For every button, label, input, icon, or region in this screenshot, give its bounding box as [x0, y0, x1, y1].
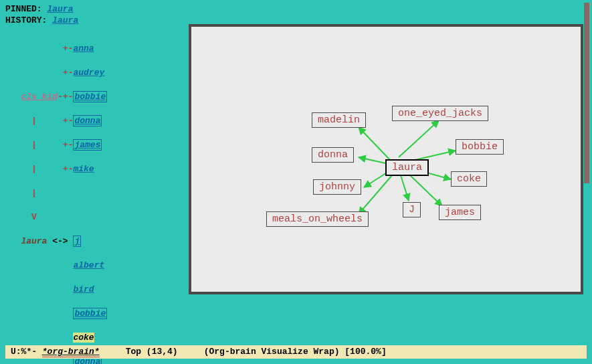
history-link[interactable]: laura — [52, 15, 78, 25]
modeline-info: Top (13,4) (Org-brain Visualize Wrap) [1… — [110, 347, 386, 357]
tree-link-audrey[interactable]: audrey — [73, 68, 104, 78]
tree-current[interactable]: j — [73, 236, 81, 247]
emacs-frame: PINNED: laura HISTORY: laura +-anna +-au… — [0, 0, 592, 364]
svg-line-2 — [359, 157, 389, 164]
svg-line-8 — [409, 174, 442, 206]
svg-line-7 — [401, 175, 409, 201]
tree-child-coke[interactable]: coke — [73, 333, 94, 343]
scrollbar[interactable] — [584, 3, 589, 183]
tree-child-bird[interactable]: bird — [73, 284, 94, 294]
mode-line: U:%*- *org-brain* Top (13,4) (Org-brain … — [5, 345, 587, 359]
graph-node-johnny[interactable]: johnny — [313, 179, 361, 195]
svg-line-0 — [359, 127, 391, 161]
tree-link-anna[interactable]: anna — [73, 43, 94, 54]
modeline-left: U:%*- — [11, 347, 42, 357]
tree-focus: laura — [21, 236, 47, 246]
graph-node-coke[interactable]: coke — [451, 171, 487, 187]
pinned-label: PINNED: — [5, 4, 47, 14]
history-label: HISTORY: — [5, 15, 52, 25]
tree-parent-link[interactable]: cls_kid — [21, 92, 58, 102]
svg-line-1 — [399, 120, 439, 157]
modeline-buffer[interactable]: *org-brain* — [42, 347, 100, 357]
graph-node-meals_on_wheels[interactable]: meals_on_wheels — [266, 211, 369, 227]
pinned-link[interactable]: laura — [47, 4, 73, 14]
tree-link-james[interactable]: james — [73, 139, 102, 151]
graph-node-one_eyed_jacks[interactable]: one_eyed_jacks — [392, 106, 488, 121]
graph-node-james[interactable]: james — [439, 205, 481, 220]
tree-row: coke — [5, 332, 587, 344]
tree-child-bobbie[interactable]: bobbie — [73, 308, 107, 319]
svg-line-6 — [359, 175, 392, 214]
graph-node-J[interactable]: J — [403, 202, 421, 217]
graph-panel: laura madelin one_eyed_jacks donna bobbi… — [189, 24, 583, 294]
tree-row: bobbie — [5, 308, 587, 320]
graph-node-center[interactable]: laura — [385, 159, 429, 176]
graph-node-madelin[interactable]: madelin — [312, 112, 366, 128]
tree-link-mike[interactable]: mike — [73, 164, 94, 174]
graph-node-donna[interactable]: donna — [312, 147, 354, 163]
tree-link-bobbie[interactable]: bobbie — [73, 91, 107, 102]
graph-node-bobbie[interactable]: bobbie — [456, 139, 504, 155]
tree-child-albert[interactable]: albert — [73, 260, 104, 270]
header-pinned: PINNED: laura — [3, 3, 589, 14]
tree-link-donna[interactable]: donna — [73, 115, 102, 126]
